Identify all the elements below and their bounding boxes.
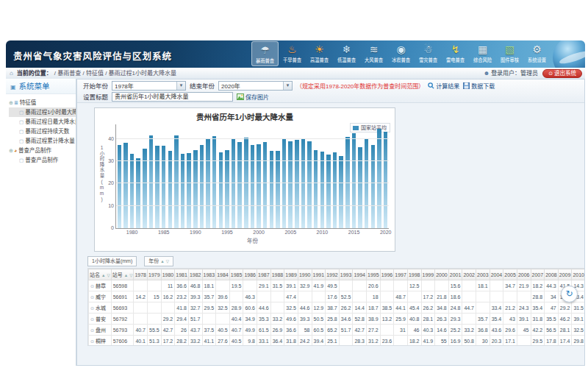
- end-year-select[interactable]: 2020年▼: [218, 81, 293, 91]
- chevron-down-icon[interactable]: ▼: [176, 82, 185, 90]
- nav-item-hail[interactable]: ◉冰雹普查: [387, 41, 415, 66]
- start-year-select[interactable]: 1978年▼: [112, 81, 186, 91]
- chart-title-input[interactable]: 贵州省历年1小时最大降水量: [112, 92, 233, 102]
- col-year-1980[interactable]: 1980: [161, 269, 175, 280]
- nav-item-lightning[interactable]: ↯雷电普查: [442, 41, 469, 66]
- cell-value: 20.6: [367, 280, 381, 291]
- bar-2009: [314, 150, 318, 228]
- save-image-button[interactable]: 保存图片: [237, 93, 269, 101]
- bar-1981: [136, 158, 140, 228]
- table-row-56792[interactable]: ⊙普安5679229.229.451.740.434.935.333.249.6…: [89, 314, 585, 325]
- col-year-2001[interactable]: 2001: [448, 269, 462, 280]
- download-button[interactable]: 数据下载: [463, 82, 495, 90]
- table-row-56693[interactable]: ⊙水城5669341.832.729.532.528.960.644.632.5…: [89, 302, 585, 314]
- col-year-1983[interactable]: 1983: [202, 269, 216, 280]
- nav-item-rainstorm[interactable]: ☂暴雨普查: [251, 41, 279, 66]
- col-year-1986[interactable]: 1986: [243, 269, 257, 280]
- nav-item-snow[interactable]: ☃雪灾普查: [415, 41, 442, 66]
- nav-item-high-temp[interactable]: ☀高温普查: [306, 41, 333, 66]
- calculate-button[interactable]: 计算结果: [428, 82, 459, 90]
- col-year-1988[interactable]: 1988: [270, 269, 284, 280]
- sort-asc-icon[interactable]: ▲: [124, 273, 128, 277]
- refresh-float-button[interactable]: ↻: [561, 286, 578, 302]
- chart-title: 贵州省历年1小时最大降水量: [95, 111, 395, 122]
- cell-value: 29.4: [175, 314, 189, 325]
- sort-desc-icon[interactable]: ▽: [107, 273, 110, 277]
- nav-item-comprehensive-risk[interactable]: ▦综合风险: [469, 41, 496, 66]
- col-year-2006[interactable]: 2006: [517, 269, 531, 280]
- gridline: 30: [116, 160, 389, 161]
- col-year-2004[interactable]: 2004: [490, 269, 503, 280]
- data-table: 站名▲▽站号▲▽19781979198019811982198319841985…: [87, 268, 584, 346]
- x-tick-label: 2005: [284, 230, 296, 235]
- cell-value: 18.2: [531, 280, 545, 291]
- nav-item-wind[interactable]: ≋大风普查: [360, 41, 387, 66]
- nav-item-low-temp[interactable]: ❄低温普查: [333, 41, 360, 66]
- sort-asc-icon[interactable]: ▲: [160, 259, 164, 263]
- col-year-1994[interactable]: 1994: [353, 269, 367, 280]
- pivot-measure[interactable]: 1小时降水量(mm): [87, 256, 137, 266]
- row-expand-icon[interactable]: ⊙: [90, 295, 94, 300]
- col-year-1993[interactable]: 1993: [339, 269, 353, 280]
- col-year-1997[interactable]: 1997: [394, 269, 408, 280]
- col-year-1998[interactable]: 1998: [407, 269, 421, 280]
- col-year-2010[interactable]: 2010: [572, 269, 584, 280]
- nav-item-settings[interactable]: ⚙系统设置: [523, 41, 551, 66]
- pivot-column[interactable]: 年份▲▽: [144, 256, 173, 266]
- col-year-2009[interactable]: 2009: [558, 269, 572, 280]
- tree-item[interactable]: ▢普查产品制作: [9, 155, 76, 165]
- tree-group-1[interactable]: ⊕◕普查产品制作: [9, 146, 76, 155]
- table-row-56598[interactable]: ⊙赫章565981136.646.818.119.529.131.539.132…: [89, 280, 585, 291]
- bar-slot: [370, 124, 376, 228]
- row-expand-icon[interactable]: ⊙: [90, 284, 94, 289]
- nav-item-map-review[interactable]: ▧图件审核: [496, 41, 523, 66]
- col-year-2005[interactable]: 2005: [503, 269, 517, 280]
- chevron-down-icon[interactable]: ▼: [283, 82, 292, 90]
- tree-item[interactable]: ▢暴雨过程持续天数: [9, 127, 76, 136]
- sort-asc-icon[interactable]: ▲: [101, 273, 105, 277]
- col-station-name[interactable]: 站名▲▽: [89, 269, 112, 280]
- col-year-1990[interactable]: 1990: [298, 269, 312, 280]
- table-row-57606[interactable]: ⊙桐梓5760640.151.317.228.233.241.127.640.5…: [89, 336, 585, 347]
- row-expand-icon[interactable]: ⊙: [90, 317, 94, 322]
- bar-2002: [270, 151, 274, 228]
- col-year-1985[interactable]: 1985: [229, 269, 243, 280]
- col-year-1989[interactable]: 1989: [284, 269, 298, 280]
- col-year-2007[interactable]: 2007: [531, 269, 545, 280]
- col-year-1996[interactable]: 1996: [380, 269, 394, 280]
- col-year-1991[interactable]: 1991: [312, 269, 326, 280]
- cell-value: 20.3: [490, 336, 503, 347]
- col-year-2003[interactable]: 2003: [476, 269, 490, 280]
- col-year-1987[interactable]: 1987: [257, 269, 271, 280]
- col-year-2000[interactable]: 2000: [435, 269, 449, 280]
- col-year-1995[interactable]: 1995: [367, 269, 381, 280]
- tree-toggle-icon[interactable]: ⊕: [9, 100, 13, 105]
- sort-desc-icon[interactable]: ▽: [129, 273, 132, 277]
- row-expand-icon[interactable]: ⊙: [90, 306, 94, 311]
- col-year-1981[interactable]: 1981: [175, 269, 189, 280]
- col-year-1982[interactable]: 1982: [188, 269, 202, 280]
- row-expand-icon[interactable]: ⊙: [90, 339, 94, 344]
- nav-item-drought[interactable]: ♨干旱普查: [279, 41, 306, 66]
- logout-button[interactable]: ⊙退出系统: [542, 69, 582, 78]
- search-icon: [428, 82, 434, 89]
- table-row-56691[interactable]: ⊙威宁5669114.21516.223.239.335.739.646.347…: [89, 291, 585, 302]
- col-year-1999[interactable]: 1999: [421, 269, 435, 280]
- tree-group-0[interactable]: ⊕≣特征值: [9, 98, 76, 107]
- row-expand-icon[interactable]: ⊙: [90, 328, 94, 333]
- col-year-1992[interactable]: 1992: [326, 269, 340, 280]
- col-year-1984[interactable]: 1984: [216, 269, 230, 280]
- col-year-1978[interactable]: 1978: [134, 269, 148, 280]
- tree-item[interactable]: ▢暴雨过程累计降水量: [9, 136, 76, 146]
- tree-item[interactable]: ▢暴雨过程日最大降水量: [9, 117, 76, 127]
- col-year-1979[interactable]: 1979: [148, 269, 162, 280]
- col-year-2008[interactable]: 2008: [545, 269, 559, 280]
- cell-value: 39.1: [572, 314, 584, 325]
- table-row-56793[interactable]: ⊙盘州5679340.755.542.72643.737.540.540.749…: [89, 325, 585, 336]
- col-year-2002[interactable]: 2002: [462, 269, 476, 280]
- tree-toggle-icon[interactable]: ⊕: [9, 148, 13, 153]
- tree-item[interactable]: ▢暴雨过程1小时最大降水量: [9, 107, 76, 117]
- cell-value: 41.1: [202, 336, 216, 347]
- col-station-id[interactable]: 站号▲▽: [111, 269, 134, 280]
- sort-desc-icon[interactable]: ▽: [166, 259, 169, 263]
